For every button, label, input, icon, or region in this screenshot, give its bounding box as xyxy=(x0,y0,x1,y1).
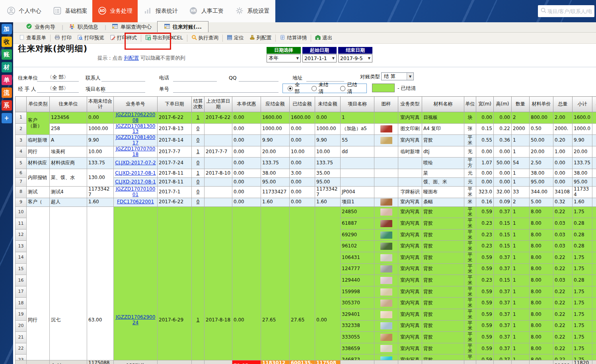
toolbar-button-query[interactable]: 执行查询 xyxy=(189,33,221,43)
sample-image-thumbnail[interactable] xyxy=(380,265,392,273)
sample-image-thumbnail[interactable] xyxy=(380,277,392,284)
column-header[interactable]: 数量 xyxy=(512,97,530,112)
order-number-link[interactable]: CLJXD-2017-08-1 xyxy=(115,179,156,185)
order-number-link[interactable]: JGZZD1707010001 xyxy=(116,186,156,197)
filter-input-往来单位[interactable]: 〈全 部〉 xyxy=(37,74,79,82)
sample-image-thumbnail[interactable] xyxy=(380,300,392,307)
rail-button-材[interactable]: 材 xyxy=(2,62,12,72)
settle-count-link[interactable]: 1 xyxy=(197,170,200,176)
table-row[interactable]: 1客户（新）1234560.00JGZZD17062200082017-6-22… xyxy=(16,112,596,124)
nav-item-gear[interactable]: 系统设置 xyxy=(229,0,275,22)
column-header[interactable]: 高(m) xyxy=(494,97,512,112)
toolbar-button-excel[interactable]: X导出到EXCEL xyxy=(142,33,186,43)
rail-button-系[interactable]: 系 xyxy=(2,100,12,111)
column-header[interactable]: 应结金额 xyxy=(261,97,290,112)
column-header[interactable]: 本期未结合计 xyxy=(87,97,114,112)
column-header[interactable]: 上次结算日期 xyxy=(205,97,232,112)
toolbar-button-exit[interactable]: 退出 xyxy=(312,33,335,43)
settle-count-link[interactable]: 0 xyxy=(197,179,200,185)
table-row[interactable]: 9客户（超人1.60FDC1706220012017-6-2200.001.60… xyxy=(16,198,596,206)
filter-input-地址[interactable] xyxy=(306,74,344,82)
column-header[interactable]: 单 xyxy=(592,97,596,112)
settle-count-link[interactable]: 1 xyxy=(197,115,200,120)
rail-button-收[interactable]: 收 xyxy=(2,37,12,47)
column-header[interactable]: 小计 xyxy=(573,97,592,112)
sample-image-thumbnail[interactable] xyxy=(380,334,392,341)
table-row[interactable]: 10同行沉七63.00JGZZD17062900242017-6-2912017… xyxy=(16,206,596,218)
nav-item-hr[interactable]: HR人事工资 xyxy=(183,0,229,22)
table-row[interactable]: 22581000.00JGZZD17081300132017-8-1300.00… xyxy=(16,123,596,135)
nav-item-archive[interactable]: 基础档案 xyxy=(48,0,92,22)
column-header[interactable]: 材料单价 xyxy=(530,97,553,112)
sample-image-thumbnail[interactable] xyxy=(380,208,392,216)
nav-item-report[interactable]: 报表统计 xyxy=(138,0,183,22)
order-number-link[interactable]: JGZZD1707070018 xyxy=(116,146,156,157)
tab-4[interactable]: 往来对账(... xyxy=(157,21,208,32)
sample-image-thumbnail[interactable] xyxy=(380,125,392,132)
settle-count-link[interactable]: 0 xyxy=(197,189,200,195)
column-header[interactable]: 宽(m) xyxy=(476,97,494,112)
filter-input-电话[interactable] xyxy=(173,74,217,82)
column-header[interactable]: 项目名称 xyxy=(341,97,374,112)
order-number-link[interactable]: JGZZD1708140017 xyxy=(116,135,156,146)
toolbar-button-print[interactable]: 打印 xyxy=(52,33,74,43)
filter-input-项目名称[interactable] xyxy=(101,85,145,93)
date-filter-select[interactable]: 本年▼ xyxy=(267,54,301,62)
toolbar-button-detail[interactable]: 结算详情 xyxy=(277,33,310,43)
column-header[interactable]: 图样 xyxy=(374,97,398,112)
settle-count-link[interactable]: 0 xyxy=(197,137,200,143)
global-search[interactable] xyxy=(538,5,594,17)
sample-image-thumbnail[interactable] xyxy=(380,254,392,261)
column-header[interactable]: 总量 xyxy=(553,97,573,112)
sample-image-thumbnail[interactable] xyxy=(380,322,392,329)
toolbar-button-preview[interactable]: 打印预览 xyxy=(74,33,107,43)
column-header[interactable]: 下单日期 xyxy=(158,97,192,112)
settle-count-link[interactable]: 1 xyxy=(197,149,200,154)
column-header[interactable]: 业务单号 xyxy=(114,97,158,112)
sample-image-thumbnail[interactable] xyxy=(380,288,392,296)
table-row[interactable]: 8测试测试411733427JGZZD17070100012017-7-100.… xyxy=(16,186,596,198)
tab-2[interactable]: 职员信息 xyxy=(64,21,104,32)
column-header[interactable]: 本单优惠 xyxy=(232,97,261,112)
filter-input-联系人[interactable] xyxy=(101,74,145,82)
radio-全部[interactable]: 全部 xyxy=(288,82,304,95)
column-header[interactable]: 未结金额 xyxy=(315,97,341,112)
rail-button-+[interactable]: + xyxy=(2,113,12,123)
sample-image-thumbnail[interactable] xyxy=(380,356,392,360)
toolbar-button-style[interactable]: 打印样式 xyxy=(107,33,140,43)
sample-image-thumbnail[interactable] xyxy=(380,243,392,250)
column-header[interactable] xyxy=(16,97,27,112)
account-type-select[interactable]: 结 算▼ xyxy=(381,72,414,80)
settle-count-link[interactable]: 1 xyxy=(197,317,200,323)
column-header[interactable]: 单位类别 xyxy=(27,97,50,112)
column-header[interactable]: 已结金额 xyxy=(290,97,315,112)
toolbar-button-colcfg[interactable]: 列配置 xyxy=(247,33,275,43)
order-number-link[interactable]: CLJXD-2017-08-1 xyxy=(115,170,156,176)
filter-input-经 手 人[interactable]: 〈全 部〉 xyxy=(37,85,79,93)
column-header[interactable]: 材料名称 xyxy=(422,97,464,112)
rail-button-流[interactable]: 流 xyxy=(2,88,12,98)
rail-button-单[interactable]: 单 xyxy=(2,75,12,85)
radio-已结清[interactable]: 已结清 xyxy=(340,82,362,95)
sample-image-thumbnail[interactable] xyxy=(380,137,392,144)
toolbar-button-page[interactable]: 查看原单 xyxy=(16,33,49,43)
sample-image-thumbnail[interactable] xyxy=(380,345,392,352)
sample-image-thumbnail[interactable] xyxy=(380,232,392,239)
radio-未结清[interactable]: 未结清 xyxy=(312,82,333,95)
rail-button-账[interactable]: 账 xyxy=(2,49,12,60)
rail-button-加[interactable]: 加 xyxy=(2,24,12,34)
settle-count-link[interactable]: 0 xyxy=(197,199,200,204)
table-row[interactable]: 3临时新增A9.90JGZZD17081400172017-8-1400.009… xyxy=(16,135,596,146)
column-header[interactable]: 结算次数 xyxy=(192,97,205,112)
sample-image-thumbnail[interactable] xyxy=(380,199,392,206)
table-row[interactable]: 5材料供应材料供应商133.75CLJXD-2017-07-22017-7-24… xyxy=(16,158,596,169)
column-header[interactable]: 往来单位 xyxy=(50,97,87,112)
column-header[interactable]: 业务类型 xyxy=(398,97,422,112)
settle-count-link[interactable]: 0 xyxy=(197,160,200,165)
order-number-link[interactable]: FDC170622001 xyxy=(117,199,154,204)
table-row[interactable]: 6内部报销菜、馍、水130.00CLJXD-2017-08-12017-8-11… xyxy=(16,169,596,177)
nav-item-ad[interactable]: AD业务处理 xyxy=(92,0,138,22)
order-number-link[interactable]: JGZZD1706220008 xyxy=(116,112,156,123)
nav-item-user[interactable]: 个人中心 xyxy=(0,0,48,22)
filter-input-QQ[interactable] xyxy=(239,74,279,82)
